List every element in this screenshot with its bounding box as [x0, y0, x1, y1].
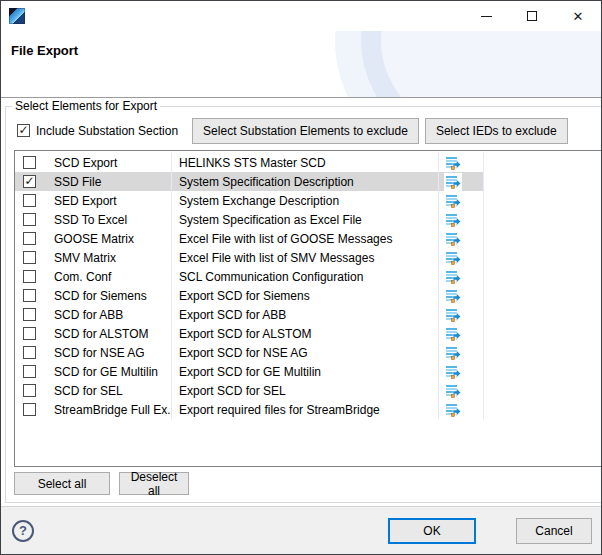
table-row[interactable]: SSD File System Specification Descriptio… — [15, 172, 601, 191]
table-row[interactable]: SCD for GE Multilin Export SCD for GE Mu… — [15, 362, 601, 381]
include-substation-label: Include Substation Section — [36, 124, 178, 138]
window-controls: ✕ — [463, 1, 601, 31]
export-type-name: SCD Export — [54, 153, 172, 172]
export-type-description: SCL Communication Configuration — [172, 267, 439, 286]
export-table[interactable]: SCD Export HELINKS STS Master SCD SSD Fi… — [14, 150, 602, 467]
minimize-icon — [481, 16, 492, 17]
title-bar[interactable]: ✕ — [1, 1, 601, 31]
export-type-name: SCD for ABB — [54, 305, 172, 324]
export-icon — [444, 249, 462, 267]
export-icon — [444, 230, 462, 248]
select-all-button[interactable]: Select all — [14, 472, 110, 495]
export-type-name: SCD for ALSTOM — [54, 324, 172, 343]
row-checkbox[interactable] — [23, 308, 36, 321]
export-type-name: SCD for GE Multilin — [54, 362, 172, 381]
banner: File Export — [1, 31, 601, 98]
table-row[interactable]: Com. Conf SCL Communication Configuratio… — [15, 267, 601, 286]
row-checkbox[interactable] — [23, 270, 36, 283]
export-type-description: HELINKS STS Master SCD — [172, 153, 439, 172]
app-icon — [9, 8, 25, 24]
table-row[interactable]: SCD for Siemens Export SCD for Siemens — [15, 286, 601, 305]
ok-button[interactable]: OK — [388, 518, 476, 544]
export-type-description: Export SCD for GE Multilin — [172, 362, 439, 381]
export-type-name: SCD for Siemens — [54, 286, 172, 305]
select-substation-elements-button[interactable]: Select Substation Elements to exclude — [192, 118, 419, 144]
row-checkbox[interactable] — [23, 156, 36, 169]
row-checkbox[interactable] — [23, 213, 36, 226]
content-area: Select Elements for Export Include Subst… — [1, 99, 601, 505]
export-group: Select Elements for Export Include Subst… — [5, 99, 602, 503]
export-type-description: Excel File with list of GOOSE Messages — [172, 229, 439, 248]
row-checkbox[interactable] — [23, 194, 36, 207]
row-checkbox[interactable] — [23, 365, 36, 378]
export-icon — [444, 306, 462, 324]
export-icon — [444, 173, 462, 191]
export-icon — [444, 154, 462, 172]
export-icon — [444, 325, 462, 343]
table-row[interactable]: SED Export System Exchange Description — [15, 191, 601, 210]
export-type-name: SMV Matrix — [54, 248, 172, 267]
table-row[interactable]: GOOSE Matrix Excel File with list of GOO… — [15, 229, 601, 248]
export-type-name: GOOSE Matrix — [54, 229, 172, 248]
select-ieds-button[interactable]: Select IEDs to exclude — [425, 118, 568, 144]
export-icon — [444, 287, 462, 305]
table-row[interactable]: SCD for ALSTOM Export SCD for ALSTOM — [15, 324, 601, 343]
banner-decoration — [361, 31, 601, 98]
close-button[interactable]: ✕ — [555, 1, 601, 31]
action-row: Select all Deselect all — [14, 472, 602, 495]
table-row[interactable]: SMV Matrix Excel File with list of SMV M… — [15, 248, 601, 267]
row-checkbox[interactable] — [23, 346, 36, 359]
minimize-button[interactable] — [463, 1, 509, 31]
table-row[interactable]: SCD for NSE AG Export SCD for NSE AG — [15, 343, 601, 362]
export-type-name: SCD for SEL — [54, 381, 172, 400]
close-icon: ✕ — [573, 10, 584, 23]
table-row[interactable]: SCD Export HELINKS STS Master SCD — [15, 153, 601, 172]
include-substation-row: Include Substation Section Select Substa… — [10, 117, 602, 144]
export-type-name: SCD for NSE AG — [54, 343, 172, 362]
export-type-description: System Specification as Excel File — [172, 210, 439, 229]
export-type-description: Export SCD for SEL — [172, 381, 439, 400]
table-row[interactable]: SCD for SEL Export SCD for SEL — [15, 381, 601, 400]
bottom-bar: ? OK Cancel — [1, 506, 601, 554]
help-button[interactable]: ? — [12, 520, 34, 542]
row-checkbox[interactable] — [23, 232, 36, 245]
export-icon — [444, 268, 462, 286]
export-icon — [444, 363, 462, 381]
export-type-name: SSD File — [54, 172, 172, 191]
deselect-all-button[interactable]: Deselect all — [119, 472, 189, 495]
export-type-name: SED Export — [54, 191, 172, 210]
export-type-name: SSD To Excel — [54, 210, 172, 229]
row-checkbox[interactable] — [23, 251, 36, 264]
export-icon — [444, 344, 462, 362]
page-title: File Export — [11, 43, 78, 58]
export-icon — [444, 211, 462, 229]
cancel-button[interactable]: Cancel — [516, 518, 592, 544]
file-export-dialog: ✕ File Export Select Elements for Export… — [0, 0, 602, 555]
export-type-description: Export SCD for ALSTOM — [172, 324, 439, 343]
export-icon — [444, 192, 462, 210]
maximize-icon — [527, 11, 537, 21]
export-icon — [444, 401, 462, 419]
export-type-name: Com. Conf — [54, 267, 172, 286]
export-type-description: Export SCD for Siemens — [172, 286, 439, 305]
table-row[interactable]: StreamBridge Full Ex... Export required … — [15, 400, 601, 419]
export-type-description: Export required files for StreamBridge — [172, 400, 439, 419]
row-checkbox[interactable] — [23, 327, 36, 340]
export-type-description: System Exchange Description — [172, 191, 439, 210]
export-type-description: Excel File with list of SMV Messages — [172, 248, 439, 267]
group-title: Select Elements for Export — [12, 99, 160, 113]
export-type-description: System Specification Description — [172, 172, 439, 191]
row-checkbox[interactable] — [23, 175, 36, 188]
table-row[interactable]: SCD for ABB Export SCD for ABB — [15, 305, 601, 324]
maximize-button[interactable] — [509, 1, 555, 31]
export-type-description: Export SCD for ABB — [172, 305, 439, 324]
row-checkbox[interactable] — [23, 384, 36, 397]
row-checkbox[interactable] — [23, 403, 36, 416]
include-substation-checkbox[interactable] — [17, 124, 30, 137]
export-icon — [444, 382, 462, 400]
row-checkbox[interactable] — [23, 289, 36, 302]
table-row[interactable]: SSD To Excel System Specification as Exc… — [15, 210, 601, 229]
question-icon: ? — [19, 523, 27, 538]
export-type-description: Export SCD for NSE AG — [172, 343, 439, 362]
export-type-name: StreamBridge Full Ex... — [54, 400, 172, 419]
